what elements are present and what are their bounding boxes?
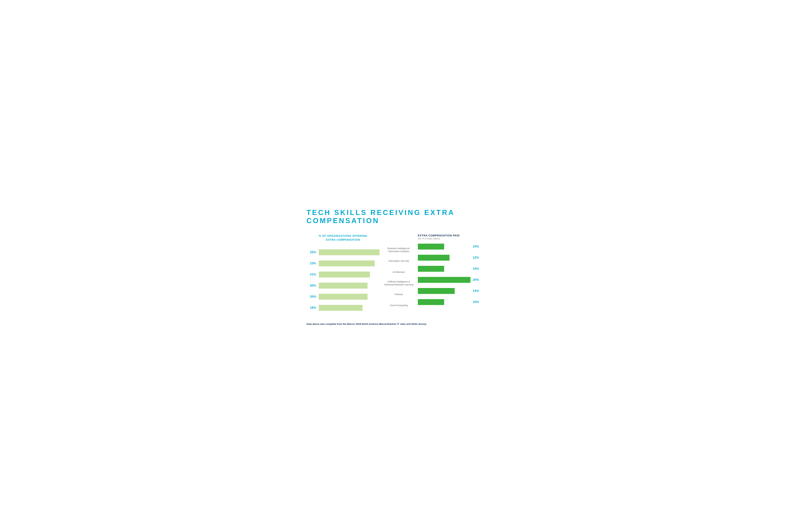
footer-bold: 2018 North America Mercer/Gartner IT Job… xyxy=(356,323,426,325)
left-bar-fill xyxy=(319,294,367,300)
middle-label: Information Security xyxy=(380,256,418,267)
page-title: TECH SKILLS RECEIVING EXTRA COMPENSATION xyxy=(306,208,481,225)
right-pct-label: 12% xyxy=(473,256,481,260)
right-row: 10% xyxy=(418,241,481,252)
right-bars: 10%12%10%20%14%10% xyxy=(418,241,481,308)
middle-panel: Business Intelligence/Information Analyt… xyxy=(380,234,418,311)
right-bar-fill xyxy=(418,244,444,249)
right-row: 10% xyxy=(418,263,481,274)
right-bar-track xyxy=(418,244,470,249)
footer: Data above was compiled from the Mercer … xyxy=(306,323,481,325)
middle-label: Architecture xyxy=(380,267,418,278)
right-header: EXTRA COMPENSATION PAID (As % of base sa… xyxy=(418,234,460,240)
right-bar-fill xyxy=(418,288,455,294)
left-row: 18% xyxy=(306,302,380,313)
left-bar-track xyxy=(319,271,380,278)
right-row: 14% xyxy=(418,285,481,296)
middle-label: Cloud Computing xyxy=(380,300,418,311)
left-bar-fill xyxy=(319,249,380,255)
right-bar-track xyxy=(418,255,470,261)
left-pct-label: 20% xyxy=(306,284,316,287)
middle-labels: Business Intelligence/Information Analyt… xyxy=(380,244,418,311)
right-pct-label: 10% xyxy=(473,300,481,304)
left-pct-label: 25% xyxy=(306,250,316,254)
middle-label: Business Intelligence/Information Analyt… xyxy=(380,244,418,256)
right-bar-track xyxy=(418,266,470,272)
right-row: 12% xyxy=(418,252,481,263)
right-bar-fill xyxy=(418,299,444,305)
right-pct-label: 10% xyxy=(473,267,481,271)
left-bar-fill xyxy=(319,305,363,311)
left-bar-fill xyxy=(319,283,367,289)
left-bar-fill xyxy=(319,261,375,266)
right-bar-fill xyxy=(418,277,470,283)
left-pct-label: 21% xyxy=(306,273,316,276)
right-header-title: EXTRA COMPENSATION PAID xyxy=(418,234,460,237)
right-bar-fill xyxy=(418,255,449,261)
left-bar-track xyxy=(319,294,380,300)
page-container: TECH SKILLS RECEIVING EXTRA COMPENSATION… xyxy=(292,197,495,334)
left-bar-track xyxy=(319,261,380,266)
footer-prefix: Data above was compiled from the Mercer xyxy=(306,323,356,325)
right-panel: EXTRA COMPENSATION PAID (As % of base sa… xyxy=(418,234,481,308)
left-bar-fill xyxy=(319,271,370,278)
left-row: 20% xyxy=(306,291,380,302)
left-bars: 25%23%21%20%20%18% xyxy=(306,247,380,313)
left-row: 21% xyxy=(306,269,380,280)
left-pct-label: 23% xyxy=(306,262,316,265)
right-pct-label: 10% xyxy=(473,245,481,248)
right-pct-label: 20% xyxy=(473,278,481,282)
left-header: % OF ORGANIZATIONS OFFERINGEXTRA COMPENS… xyxy=(306,234,380,241)
left-bar-track xyxy=(319,283,380,289)
middle-label: Artificial Intelligence &Advanced Machin… xyxy=(380,278,418,289)
right-row: 20% xyxy=(418,274,481,285)
left-panel: % OF ORGANIZATIONS OFFERINGEXTRA COMPENS… xyxy=(306,234,380,313)
left-bar-track xyxy=(319,249,380,255)
left-row: 25% xyxy=(306,247,380,258)
right-pct-label: 14% xyxy=(473,289,481,293)
middle-label: Hadoop xyxy=(380,289,418,300)
title-part1: TECH SKILLS RECEIVING xyxy=(306,208,424,217)
right-header-sub: (As % of base salary) xyxy=(418,237,460,240)
chart-area: % OF ORGANIZATIONS OFFERINGEXTRA COMPENS… xyxy=(306,234,481,313)
left-bar-track xyxy=(319,305,380,311)
left-row: 23% xyxy=(306,258,380,269)
right-bar-fill xyxy=(418,266,444,272)
left-pct-label: 18% xyxy=(306,306,316,310)
left-row: 20% xyxy=(306,280,380,291)
left-pct-label: 20% xyxy=(306,295,316,298)
right-bar-track xyxy=(418,299,470,305)
right-bar-track xyxy=(418,288,470,294)
right-row: 10% xyxy=(418,296,481,308)
right-bar-track xyxy=(418,277,470,283)
